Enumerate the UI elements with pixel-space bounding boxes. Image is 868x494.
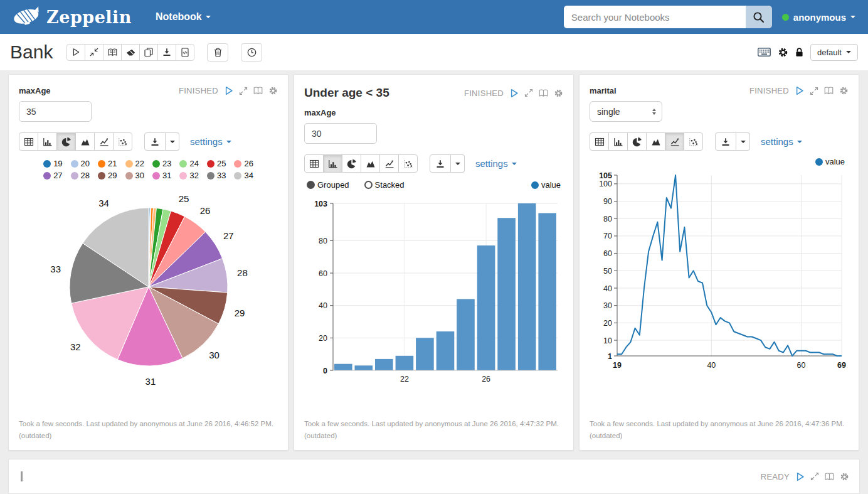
download-data-button[interactable]: [715, 132, 736, 151]
bar-24[interactable]: [437, 331, 455, 370]
bar-26[interactable]: [477, 245, 495, 370]
legend-item[interactable]: 19: [43, 159, 62, 168]
bar-21[interactable]: [375, 359, 393, 370]
chart-type-area-button[interactable]: [75, 132, 95, 151]
legend-item[interactable]: 25: [207, 159, 226, 168]
run-paragraph-icon[interactable]: [509, 89, 519, 98]
download-data-button[interactable]: [144, 132, 166, 151]
scheduler-button[interactable]: [241, 43, 262, 62]
permissions-lock-icon[interactable]: [795, 48, 803, 57]
paragraph-gear-icon[interactable]: [268, 86, 278, 95]
run-all-button[interactable]: [66, 44, 85, 61]
chart-type-bar-button[interactable]: [38, 132, 57, 151]
bar-20[interactable]: [355, 365, 373, 370]
chart-type-table-button[interactable]: [590, 132, 609, 151]
chart-type-pie-button[interactable]: [56, 132, 76, 151]
legend-item[interactable]: 23: [152, 159, 171, 168]
line-chart-icon: [384, 159, 394, 169]
expand-fullscreen-icon[interactable]: [810, 472, 819, 481]
legend-item[interactable]: 24: [179, 159, 198, 168]
legend-item[interactable]: 26: [234, 159, 253, 168]
legend-item[interactable]: 34: [234, 171, 253, 180]
chart-type-line-button[interactable]: [94, 132, 114, 151]
chart-type-line-button[interactable]: [379, 154, 399, 173]
line-series-value[interactable]: [617, 175, 842, 356]
chart-type-pie-button[interactable]: [627, 132, 647, 151]
bar-19[interactable]: [334, 364, 352, 370]
chart-type-table-button[interactable]: [304, 154, 324, 173]
series-legend[interactable]: value: [815, 157, 849, 166]
notebook-menu[interactable]: Notebook: [156, 11, 211, 23]
legend-item[interactable]: 20: [71, 159, 90, 168]
legend-item[interactable]: 32: [179, 171, 198, 180]
export-note-button[interactable]: [157, 44, 176, 61]
bar-28[interactable]: [518, 203, 536, 370]
chart-type-pie-button[interactable]: [342, 154, 361, 173]
legend-item[interactable]: 22: [125, 159, 144, 168]
expand-fullscreen-icon[interactable]: [239, 87, 248, 95]
marital-select[interactable]: single: [590, 101, 662, 122]
bar-29[interactable]: [538, 213, 556, 371]
open-editor-icon[interactable]: [539, 89, 548, 97]
open-editor-icon[interactable]: [825, 473, 834, 481]
maxage-input[interactable]: [19, 101, 92, 122]
keyboard-shortcuts-icon[interactable]: [758, 48, 771, 56]
paragraph-gear-icon[interactable]: [840, 472, 849, 481]
chart-type-line-button[interactable]: [665, 132, 684, 151]
run-paragraph-icon[interactable]: [795, 86, 804, 95]
open-editor-icon[interactable]: [824, 87, 834, 95]
chart-type-table-button[interactable]: [19, 132, 38, 151]
clear-output-button[interactable]: [121, 44, 140, 61]
search-input[interactable]: [564, 6, 746, 28]
download-options-button[interactable]: [736, 132, 750, 151]
legend-item[interactable]: 31: [152, 171, 171, 180]
legend-item[interactable]: 27: [43, 171, 62, 180]
clone-note-button[interactable]: [139, 44, 158, 61]
paragraph-gear-icon[interactable]: [554, 89, 563, 98]
expand-fullscreen-icon[interactable]: [524, 89, 533, 97]
delete-note-button[interactable]: [207, 43, 228, 62]
show-hide-code-button[interactable]: [103, 44, 122, 61]
chart-settings-link[interactable]: settings: [190, 136, 231, 147]
grouped-radio[interactable]: Grouped: [307, 180, 349, 190]
download-options-button[interactable]: [166, 132, 179, 151]
version-control-button[interactable]: [176, 44, 194, 61]
chart-settings-link[interactable]: settings: [475, 158, 517, 169]
run-paragraph-icon[interactable]: [795, 472, 805, 481]
open-editor-icon[interactable]: [253, 87, 263, 95]
chevron-down-icon: [741, 141, 746, 143]
download-options-button[interactable]: [451, 154, 465, 173]
note-settings-gear-icon[interactable]: [778, 47, 788, 58]
chart-type-bar-button[interactable]: [323, 154, 342, 173]
chart-type-scatter-button[interactable]: [113, 132, 132, 151]
series-legend[interactable]: value: [531, 180, 561, 190]
stacked-radio[interactable]: Stacked: [364, 180, 405, 190]
maxage-input[interactable]: [304, 123, 377, 144]
collapse-all-button[interactable]: [85, 44, 103, 61]
legend-item[interactable]: 28: [71, 171, 90, 180]
chart-type-scatter-button[interactable]: [684, 132, 703, 151]
bar-27[interactable]: [497, 218, 516, 370]
legend-item[interactable]: 30: [125, 171, 144, 180]
download-data-button[interactable]: [430, 154, 451, 173]
search-button[interactable]: [746, 6, 772, 28]
zeppelin-brand[interactable]: Zeppelin: [13, 6, 132, 28]
legend-item[interactable]: 33: [207, 171, 226, 180]
bar-22[interactable]: [396, 356, 414, 370]
run-paragraph-icon[interactable]: [224, 86, 233, 95]
legend-item[interactable]: 29: [98, 171, 117, 180]
user-menu[interactable]: anonymous: [782, 12, 855, 23]
chart-type-area-button[interactable]: [361, 154, 380, 173]
chart-type-scatter-button[interactable]: [398, 154, 418, 173]
legend-item[interactable]: 21: [98, 159, 117, 168]
paragraph-gear-icon[interactable]: [839, 86, 849, 95]
interpreter-binding-button[interactable]: default: [810, 44, 858, 61]
chart-type-area-button[interactable]: [646, 132, 665, 151]
chart-settings-link[interactable]: settings: [761, 136, 802, 147]
chart-type-bar-button[interactable]: [608, 132, 628, 151]
bar-23[interactable]: [416, 338, 434, 370]
bar-25[interactable]: [457, 299, 475, 370]
empty-paragraph[interactable]: READY: [8, 459, 860, 494]
expand-fullscreen-icon[interactable]: [810, 87, 818, 95]
paragraph-footer: Took a few seconds. Last updated by anon…: [590, 418, 849, 441]
